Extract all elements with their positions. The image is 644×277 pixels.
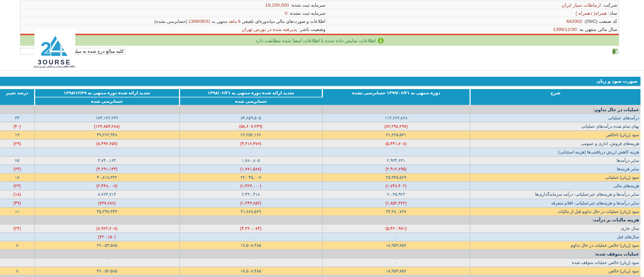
svg-text:2: 2 [40,38,51,58]
